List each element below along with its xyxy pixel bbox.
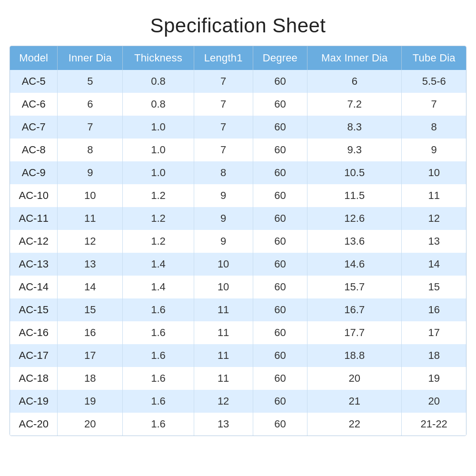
table-cell: 1.6 — [123, 390, 194, 413]
table-cell: AC-13 — [10, 253, 58, 276]
table-cell: 5.5-6 — [402, 70, 466, 93]
table-row: AC-881.07609.39 — [10, 139, 466, 161]
table-row: AC-17171.6116018.818 — [10, 344, 466, 367]
table-cell: 13 — [58, 253, 123, 276]
table-cell: AC-20 — [10, 413, 58, 436]
table-cell: AC-9 — [10, 161, 58, 184]
table-cell: 18.8 — [307, 344, 402, 367]
table-cell: 6 — [58, 93, 123, 116]
table-cell: AC-16 — [10, 321, 58, 344]
table-header-cell: Inner Dia — [58, 46, 123, 70]
table-row: AC-660.87607.27 — [10, 93, 466, 116]
table-header-cell: Thickness — [123, 46, 194, 70]
table-cell: 11 — [194, 298, 253, 321]
table-cell: 16 — [402, 298, 466, 321]
table-cell: 15.7 — [307, 276, 402, 298]
table-cell: 12 — [58, 230, 123, 253]
table-cell: 60 — [253, 184, 307, 207]
table-row: AC-11111.296012.612 — [10, 207, 466, 230]
table-header-cell: Model — [10, 46, 58, 70]
table-cell: 20 — [58, 413, 123, 436]
table-row: AC-12121.296013.613 — [10, 230, 466, 253]
table-cell: 0.8 — [123, 93, 194, 116]
table-header-cell: Max Inner Dia — [307, 46, 402, 70]
table-cell: 11 — [194, 321, 253, 344]
table-cell: 9 — [194, 184, 253, 207]
table-cell: AC-15 — [10, 298, 58, 321]
table-cell: 7 — [194, 70, 253, 93]
table-cell: 10 — [58, 184, 123, 207]
table-cell: 1.0 — [123, 139, 194, 161]
table-cell: 1.2 — [123, 207, 194, 230]
table-cell: 9 — [58, 161, 123, 184]
table-cell: 1.6 — [123, 321, 194, 344]
table-cell: 21-22 — [402, 413, 466, 436]
table-cell: 8 — [58, 139, 123, 161]
table-cell: 7 — [58, 116, 123, 139]
table-cell: 13.6 — [307, 230, 402, 253]
table-cell: 60 — [253, 344, 307, 367]
table-cell: 7.2 — [307, 93, 402, 116]
table-cell: AC-5 — [10, 70, 58, 93]
table-cell: 14 — [402, 253, 466, 276]
table-cell: 10 — [402, 161, 466, 184]
table-row: AC-15151.6116016.716 — [10, 298, 466, 321]
table-header-cell: Tube Dia — [402, 46, 466, 70]
table-cell: 1.6 — [123, 344, 194, 367]
table-cell: 9 — [194, 207, 253, 230]
table-cell: 11.5 — [307, 184, 402, 207]
table-cell: 14 — [58, 276, 123, 298]
table-cell: 60 — [253, 298, 307, 321]
table-cell: 7 — [194, 116, 253, 139]
table-cell: 7 — [402, 93, 466, 116]
table-cell: 11 — [402, 184, 466, 207]
table-row: AC-18181.611602019 — [10, 367, 466, 390]
table-cell: 60 — [253, 207, 307, 230]
table-cell: 1.6 — [123, 413, 194, 436]
table-cell: AC-18 — [10, 367, 58, 390]
table-cell: 18 — [402, 344, 466, 367]
table-cell: 15 — [58, 298, 123, 321]
table-cell: 11 — [58, 207, 123, 230]
table-row: AC-20201.613602221-22 — [10, 413, 466, 436]
table-cell: AC-11 — [10, 207, 58, 230]
table-cell: 60 — [253, 161, 307, 184]
table-cell: 13 — [402, 230, 466, 253]
table-cell: 22 — [307, 413, 402, 436]
table-cell: 13 — [194, 413, 253, 436]
table-cell: 9 — [402, 139, 466, 161]
table-row: AC-13131.4106014.614 — [10, 253, 466, 276]
table-cell: 21 — [307, 390, 402, 413]
table-cell: 14.6 — [307, 253, 402, 276]
table-cell: 19 — [58, 390, 123, 413]
table-header-cell: Degree — [253, 46, 307, 70]
table-cell: 7 — [194, 139, 253, 161]
table-cell: AC-14 — [10, 276, 58, 298]
table-header-row: ModelInner DiaThicknessLength1DegreeMax … — [10, 46, 466, 70]
table-cell: 10 — [194, 276, 253, 298]
table-cell: AC-6 — [10, 93, 58, 116]
table-cell: 12 — [194, 390, 253, 413]
table-cell: AC-19 — [10, 390, 58, 413]
table-cell: 16 — [58, 321, 123, 344]
table-cell: AC-10 — [10, 184, 58, 207]
table-cell: 19 — [402, 367, 466, 390]
table-cell: 8 — [402, 116, 466, 139]
table-cell: 12 — [402, 207, 466, 230]
table-cell: 12.6 — [307, 207, 402, 230]
table-cell: 1.2 — [123, 230, 194, 253]
table-row: AC-771.07608.38 — [10, 116, 466, 139]
table-cell: 60 — [253, 390, 307, 413]
table-cell: 9 — [194, 230, 253, 253]
table-cell: 1.0 — [123, 116, 194, 139]
table-cell: 60 — [253, 367, 307, 390]
table-cell: AC-17 — [10, 344, 58, 367]
table-cell: 8.3 — [307, 116, 402, 139]
table-cell: 11 — [194, 344, 253, 367]
table-cell: 60 — [253, 276, 307, 298]
table-cell: 20 — [307, 367, 402, 390]
table-cell: 6 — [307, 70, 402, 93]
table-cell: 1.4 — [123, 276, 194, 298]
table-cell: 18 — [58, 367, 123, 390]
table-cell: 60 — [253, 230, 307, 253]
